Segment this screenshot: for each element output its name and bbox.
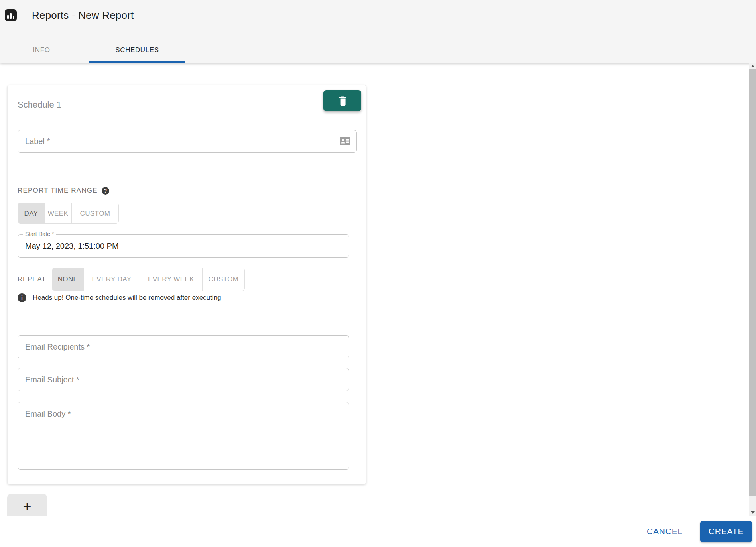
- plus-icon: +: [23, 498, 31, 515]
- info-icon: i: [18, 293, 26, 302]
- start-date-input[interactable]: [18, 234, 349, 258]
- cancel-button[interactable]: CANCEL: [643, 523, 687, 539]
- bar-chart-icon: [5, 9, 17, 21]
- one-time-notice-row: i Heads up! One-time schedules will be r…: [18, 293, 221, 302]
- report-time-range-row: REPORT TIME RANGE ?: [18, 187, 109, 195]
- delete-schedule-button[interactable]: [323, 90, 361, 111]
- start-date-field-wrap: Start Date *: [18, 234, 349, 258]
- repeat-option-custom[interactable]: CUSTOM: [203, 268, 244, 291]
- schedules-panel: Schedule 1 REPORT TIME RANGE: [0, 63, 756, 516]
- scrollbar-thumb[interactable]: [749, 69, 756, 496]
- time-range-option-day[interactable]: DAY: [18, 203, 45, 224]
- page-title: Reports - New Report: [32, 9, 134, 22]
- time-range-toggle-group: DAY WEEK CUSTOM: [18, 203, 119, 224]
- vertical-scrollbar[interactable]: [749, 63, 756, 516]
- contact-card-icon: [340, 137, 350, 145]
- tab-bar: INFO SCHEDULES: [0, 38, 756, 63]
- schedule-card: Schedule 1 REPORT TIME RANGE: [7, 85, 366, 484]
- tab-schedules[interactable]: SCHEDULES: [89, 38, 185, 63]
- repeat-option-every-day[interactable]: EVERY DAY: [84, 268, 140, 291]
- trash-icon: [337, 95, 348, 107]
- active-tab-underline: [89, 61, 185, 63]
- repeat-toggle-group: NONE EVERY DAY EVERY WEEK CUSTOM: [52, 268, 245, 291]
- repeat-row: REPEAT NONE EVERY DAY EVERY WEEK CUSTOM: [18, 268, 245, 291]
- email-subject-input[interactable]: [18, 368, 349, 391]
- create-button[interactable]: CREATE: [700, 521, 752, 542]
- repeat-option-none[interactable]: NONE: [52, 268, 84, 291]
- tab-info[interactable]: INFO: [10, 38, 73, 63]
- help-icon[interactable]: ?: [102, 187, 109, 195]
- time-range-option-custom[interactable]: CUSTOM: [72, 203, 118, 224]
- email-recipients-input[interactable]: [18, 335, 349, 358]
- start-date-label: Start Date *: [23, 231, 56, 237]
- email-body-textarea[interactable]: [18, 402, 349, 470]
- reports-new-report-dialog: Reports - New Report INFO SCHEDULES Sche…: [0, 0, 756, 547]
- repeat-option-every-week[interactable]: EVERY WEEK: [140, 268, 203, 291]
- report-time-range-label: REPORT TIME RANGE: [18, 187, 98, 195]
- footer-action-bar: CANCEL CREATE: [0, 516, 756, 547]
- schedule-title: Schedule 1: [18, 100, 61, 110]
- scroll-up-arrow-icon[interactable]: [749, 63, 756, 69]
- add-schedule-button[interactable]: +: [7, 494, 47, 516]
- label-field-wrap: [18, 130, 357, 153]
- repeat-label: REPEAT: [18, 275, 52, 283]
- title-row: Reports - New Report: [0, 0, 756, 30]
- time-range-option-week[interactable]: WEEK: [45, 203, 72, 224]
- label-input[interactable]: [18, 130, 357, 153]
- scroll-down-arrow-icon[interactable]: [749, 509, 756, 516]
- header: Reports - New Report INFO SCHEDULES: [0, 0, 756, 63]
- one-time-notice-text: Heads up! One-time schedules will be rem…: [33, 294, 221, 302]
